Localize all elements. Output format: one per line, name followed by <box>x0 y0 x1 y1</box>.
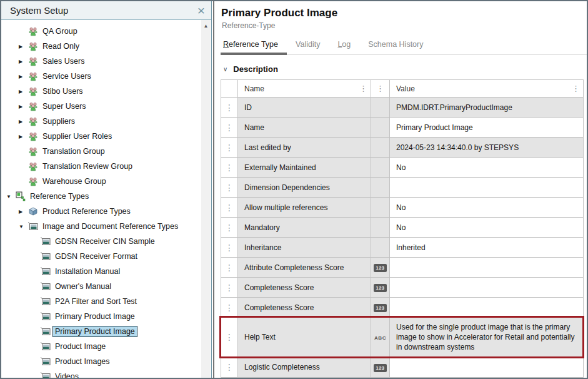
tree-item[interactable]: GDSN Receiver CIN Sample <box>1 234 200 249</box>
tree-item[interactable]: QA Group <box>1 24 200 39</box>
tree-item-label[interactable]: Sales Users <box>41 56 86 66</box>
attribute-name-cell[interactable]: ID <box>238 98 371 118</box>
tab-schema-history[interactable]: Schema History <box>367 38 424 54</box>
attribute-name-cell[interactable]: Externally Maintained <box>238 158 371 178</box>
collapse-arrow-icon[interactable]: ▶ <box>19 104 28 109</box>
tree-item[interactable]: ▼Image and Document Reference Types <box>1 219 200 234</box>
row-drag-handle[interactable]: ⋮ <box>221 298 238 318</box>
name-column-menu-icon[interactable]: ⋮ <box>359 84 367 93</box>
attribute-value-cell[interactable] <box>390 278 584 298</box>
tree-item-label[interactable]: Translation Review Group <box>41 161 134 171</box>
tree-item[interactable]: P2A Filter and Sort Test <box>1 294 200 309</box>
attribute-value-cell[interactable] <box>390 357 584 377</box>
tree-item-label[interactable]: Stibo Users <box>41 86 85 96</box>
section-collapse-icon[interactable]: ∨ <box>223 66 227 73</box>
row-drag-handle[interactable]: ⋮ <box>221 138 238 158</box>
scroll-up-icon[interactable]: ▲ <box>201 20 211 29</box>
expand-arrow-icon[interactable]: ▼ <box>19 224 28 230</box>
tree-item-label[interactable]: QA Group <box>41 26 79 36</box>
attribute-name-cell[interactable]: Inheritance <box>238 238 371 258</box>
tree-item[interactable]: ▼Reference Types <box>1 189 200 204</box>
tree-item-label[interactable]: Primary Product Image <box>53 311 137 321</box>
attribute-value-cell[interactable] <box>390 178 584 198</box>
collapse-arrow-icon[interactable]: ▶ <box>19 119 28 124</box>
tree-item-label[interactable]: Product Reference Types <box>41 206 132 216</box>
collapse-arrow-icon[interactable]: ▶ <box>19 89 28 94</box>
close-icon[interactable]: × <box>197 4 205 17</box>
type-column-menu-icon[interactable]: ⋮ <box>376 84 384 93</box>
tree-item[interactable]: Primary Product Image <box>1 324 200 339</box>
attribute-name-cell[interactable]: Name <box>238 118 371 138</box>
row-drag-handle[interactable]: ⋮ <box>221 98 238 118</box>
attribute-value-cell[interactable] <box>390 298 584 318</box>
attribute-name-cell[interactable]: Dimension Dependencies <box>238 178 371 198</box>
attribute-name-cell[interactable]: Logistic Completeness <box>238 357 371 377</box>
row-drag-handle[interactable]: ⋮ <box>221 278 238 298</box>
attribute-name-cell[interactable]: Completeness Score <box>238 278 371 298</box>
tree-item[interactable]: Product Images <box>1 354 200 369</box>
tree-item[interactable]: ▶Read Only <box>1 39 200 54</box>
tree-item-label[interactable]: Reference Types <box>28 191 91 201</box>
tree-item-label[interactable]: Product Image <box>53 341 107 351</box>
tree-item-label[interactable]: Read Only <box>41 41 81 51</box>
tree-item-label[interactable]: Translation Group <box>41 146 107 156</box>
row-drag-handle[interactable]: ⋮ <box>221 198 238 218</box>
tree-item[interactable]: Owner's Manual <box>1 279 200 294</box>
tree-item[interactable]: ▶Sales Users <box>1 54 200 69</box>
row-drag-handle[interactable]: ⋮ <box>221 357 238 377</box>
tree-item-label[interactable]: GDSN Receiver Format <box>53 251 139 261</box>
row-drag-handle[interactable]: ⋮ <box>221 258 238 278</box>
tree-item[interactable]: Product Image <box>1 339 200 354</box>
tree-item[interactable]: Translation Review Group <box>1 159 200 174</box>
expand-arrow-icon[interactable]: ▼ <box>6 194 16 200</box>
attribute-value-cell[interactable]: No <box>390 218 584 238</box>
tree-item-label[interactable]: Image and Document Reference Types <box>41 221 180 231</box>
collapse-arrow-icon[interactable]: ▶ <box>19 134 28 139</box>
row-drag-handle[interactable]: ⋮ <box>221 158 238 178</box>
attribute-name-cell[interactable]: Completeness Score <box>238 298 371 318</box>
tree-item[interactable]: Primary Product Image <box>1 309 200 324</box>
collapse-arrow-icon[interactable]: ▶ <box>19 59 28 64</box>
tree-item[interactable]: ▶Suppliers <box>1 114 200 129</box>
tab-log[interactable]: Log <box>336 38 352 54</box>
tree-item-label[interactable]: P2A Filter and Sort Test <box>53 296 139 306</box>
tree-item[interactable]: ▶Service Users <box>1 69 200 84</box>
tab-validity[interactable]: Validity <box>294 38 321 54</box>
tree-item-label[interactable]: Installation Manual <box>53 266 122 276</box>
tree-item-label[interactable]: Supplier User Roles <box>41 131 114 141</box>
panel-divider[interactable] <box>212 1 216 378</box>
collapse-arrow-icon[interactable]: ▶ <box>19 74 28 79</box>
tree-item-label[interactable]: Videos <box>53 371 81 378</box>
tree-item[interactable]: ▶Supplier User Roles <box>1 129 200 144</box>
attribute-value-cell[interactable]: 2024-05-23 14:34:40.0 by STEPSYS <box>390 138 584 158</box>
tab-reference-type[interactable]: Reference Type <box>222 38 279 54</box>
attribute-name-cell[interactable]: Allow multiple references <box>238 198 371 218</box>
tree-item[interactable]: Videos <box>1 369 200 378</box>
attribute-name-cell[interactable]: Attribute Completeness Score <box>238 258 371 278</box>
tree-item[interactable]: GDSN Receiver Format <box>1 249 200 264</box>
attribute-value-cell[interactable]: No <box>390 158 584 178</box>
attribute-name-cell[interactable]: Last edited by <box>238 138 371 158</box>
tree-item-label[interactable]: Service Users <box>41 71 93 81</box>
tree-item[interactable]: Translation Group <box>1 144 200 159</box>
attribute-name-cell[interactable]: Help Text <box>238 318 371 358</box>
tree-item[interactable]: Warehouse Group <box>1 174 200 189</box>
tree-item[interactable]: ▶Stibo Users <box>1 84 200 99</box>
attribute-value-cell[interactable]: PMDM.IDRT.PrimaryProductImage <box>390 98 584 118</box>
row-drag-handle[interactable]: ⋮ <box>221 178 238 198</box>
collapse-arrow-icon[interactable]: ▶ <box>19 44 28 49</box>
attribute-name-cell[interactable]: Mandatory <box>238 218 371 238</box>
row-drag-handle[interactable]: ⋮ <box>221 318 238 358</box>
attribute-value-cell[interactable]: Primary Product Image <box>390 118 584 138</box>
tree-item-label[interactable]: Owner's Manual <box>53 281 113 291</box>
row-drag-handle[interactable]: ⋮ <box>221 118 238 138</box>
tree-scrollbar[interactable]: ▲ <box>201 20 211 378</box>
tree-item-label[interactable]: GDSN Receiver CIN Sample <box>53 236 157 246</box>
value-column-menu-icon[interactable]: ⋮ <box>572 84 580 93</box>
row-drag-handle[interactable]: ⋮ <box>221 238 238 258</box>
tree-item[interactable]: ▶Product Reference Types <box>1 204 200 219</box>
tree-item-label-selected[interactable]: Primary Product Image <box>53 326 137 336</box>
attribute-value-cell[interactable]: Used for the single product image that i… <box>390 318 584 358</box>
attribute-value-cell[interactable]: Inherited <box>390 238 584 258</box>
tree-item-label[interactable]: Product Images <box>53 356 112 366</box>
